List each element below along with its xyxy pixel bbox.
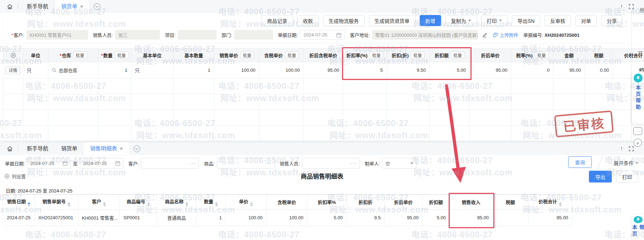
export-sn-button[interactable]: 导出SN (512, 15, 540, 26)
col-qty[interactable]: *数量批量 (98, 49, 131, 62)
create-sales-return-button[interactable]: 生成销货退货单 (369, 15, 415, 26)
sort-icon[interactable] (28, 202, 30, 206)
fullscreen-icon[interactable] (629, 4, 634, 9)
create-logistics-button[interactable]: 生成物流服务 (323, 15, 365, 26)
picker-icon[interactable]: ··· (265, 160, 272, 166)
col-discount-fold[interactable]: 折扣折 (347, 195, 385, 210)
fullscreen-icon[interactable] (629, 146, 634, 151)
salesperson-field[interactable]: 张三 (115, 30, 160, 40)
col-amount[interactable]: 金额 (553, 49, 585, 62)
date-to-field[interactable]: 2024-07-25 (80, 158, 123, 169)
search-icon[interactable] (52, 68, 57, 72)
col-price[interactable]: 单价 (226, 195, 267, 210)
col-tax-price[interactable]: 含税单价 (267, 195, 307, 210)
col-customer[interactable]: 客户 (78, 195, 120, 210)
col-discount-amount[interactable]: 折扣额 (423, 195, 450, 210)
tab-sales-order[interactable]: 销货单 (55, 142, 84, 155)
creator-select[interactable]: 空 (382, 158, 416, 169)
query-button[interactable]: 查询 (568, 156, 592, 168)
col-warehouse[interactable]: *仓库批量 (48, 49, 98, 62)
col-tax-rate[interactable]: 税率(%)批量 (511, 49, 553, 62)
tab-sales-order[interactable]: 销货单× (55, 0, 89, 13)
customer-address-field[interactable]: 零售01 1200000000 深圳南山科技园 (客户信息联系地址) (372, 30, 478, 40)
col-base-qty[interactable]: 基本数量 (174, 49, 214, 62)
col-tax[interactable]: 税额 (585, 49, 613, 62)
col-sale-date[interactable]: 销售日期 (3, 195, 35, 210)
cell-tax-rate[interactable]: 0 (511, 62, 553, 79)
sort-icon[interactable] (250, 202, 253, 206)
sort-icon[interactable] (103, 202, 106, 206)
sort-icon[interactable] (147, 202, 150, 206)
col-tax-price[interactable]: 含税单价批量 (259, 49, 304, 62)
page-help-tab[interactable]: 本页帮助 (632, 71, 644, 124)
col-product-code[interactable]: 商品编号 (120, 195, 157, 210)
col-price[interactable]: 销售单价批量 (214, 49, 259, 62)
unapprove-button[interactable]: 反审核 (545, 15, 571, 26)
export-button[interactable]: 导出 (589, 171, 612, 182)
customer-field[interactable]: KH0001 零售客户01 (26, 30, 88, 40)
upload-attachment-link[interactable]: 上传附件 (493, 31, 518, 38)
col-disc-price[interactable]: 折后单价 (385, 195, 423, 210)
copy-as-button[interactable]: 复制为 (445, 15, 477, 26)
col-tax[interactable]: 税额 (493, 195, 528, 210)
cell-discount-amount[interactable]: 5.00 (430, 62, 470, 79)
report-data-row[interactable]: 2024-07-25 XH20240725001 KH0001 零售客... S… (3, 210, 572, 226)
cell-tax-price[interactable]: 100.00 (259, 62, 304, 79)
cell-warehouse[interactable]: 总部仓库 (48, 62, 98, 79)
home-icon[interactable] (4, 142, 16, 155)
department-field[interactable] (234, 30, 273, 40)
sort-icon[interactable] (215, 202, 218, 206)
sort-icon[interactable] (559, 202, 562, 206)
col-total[interactable]: 价税合计 (528, 195, 572, 210)
picker-icon[interactable]: ··· (190, 160, 196, 166)
product-record-button[interactable]: 商品记录 (262, 15, 293, 26)
edit-icon[interactable] (482, 32, 487, 38)
share-button[interactable]: 分享 (601, 15, 623, 26)
col-product-name[interactable]: 商品名称 (157, 195, 196, 210)
col-unit[interactable]: 单位 (23, 49, 48, 62)
batch-set-button[interactable]: 批量 (535, 51, 548, 59)
page-help-tab-bottom[interactable]: 本页帮 (632, 215, 644, 240)
col-discount-amount[interactable]: 折扣额批量 (430, 49, 470, 62)
scroll-top-icon[interactable]: ↑ (620, 145, 623, 152)
batch-set-button[interactable]: 批量 (240, 51, 254, 59)
customer-filter-field[interactable]: ··· (141, 158, 199, 169)
tab-beginner-nav[interactable]: 新手导航 (20, 0, 55, 13)
tab-sales-detail-report[interactable]: 销售明细表× (84, 142, 129, 155)
product-filter-field[interactable]: ··· (217, 158, 275, 169)
detail-button[interactable]: 详情 (5, 66, 20, 74)
tab-beginner-nav[interactable]: 新手导航 (20, 142, 55, 155)
column-settings-icon[interactable] (3, 49, 23, 62)
col-sales-revenue[interactable]: 销售收入 (450, 195, 493, 210)
sort-icon[interactable] (68, 202, 70, 206)
col-bill-no[interactable]: 销售单据号 (35, 195, 78, 210)
expand-conditions-link[interactable]: 展开条件 (614, 159, 638, 166)
print-button[interactable]: 打印 (481, 15, 508, 26)
sort-icon[interactable] (185, 202, 188, 206)
receive-payment-button[interactable]: 收款 (297, 15, 319, 26)
col-base-unit[interactable]: 基本单位 (131, 49, 174, 62)
batch-set-button[interactable]: 批量 (115, 51, 128, 59)
batch-set-button[interactable]: 批量 (73, 51, 87, 59)
col-discount-rate[interactable]: 折扣率(%)批量 (343, 49, 387, 62)
scroll-top-icon[interactable]: ↑ (620, 3, 623, 10)
salesperson-filter-field[interactable]: ··· (302, 158, 360, 169)
date-from-field[interactable]: 2024-07-25 (27, 158, 71, 169)
col-qty[interactable]: 数量 (196, 195, 226, 210)
cell-price[interactable]: 100.00 (214, 62, 259, 79)
new-button[interactable]: 新增 (420, 15, 441, 26)
cell-discount-fold[interactable]: 9.50 (387, 62, 430, 79)
col-discount-fold[interactable]: 折扣(折)批量 (387, 49, 430, 62)
cell-unit[interactable]: 只 (23, 62, 48, 79)
print-button[interactable]: 打印 (616, 171, 638, 182)
batch-set-button[interactable]: 批量 (285, 51, 299, 59)
close-icon[interactable]: × (80, 4, 83, 9)
col-disc-price[interactable]: 折后单价 (470, 49, 511, 62)
close-icon[interactable]: × (120, 146, 123, 151)
batch-set-button[interactable]: 批量 (451, 51, 464, 59)
cell-discount-rate[interactable]: 5 (343, 62, 387, 79)
home-icon[interactable] (4, 0, 16, 13)
cell-disc-tax-price[interactable]: 95.00 (304, 62, 343, 79)
picker-icon[interactable]: ··· (351, 160, 357, 166)
tab-list-dropdown-icon[interactable] (94, 3, 101, 10)
